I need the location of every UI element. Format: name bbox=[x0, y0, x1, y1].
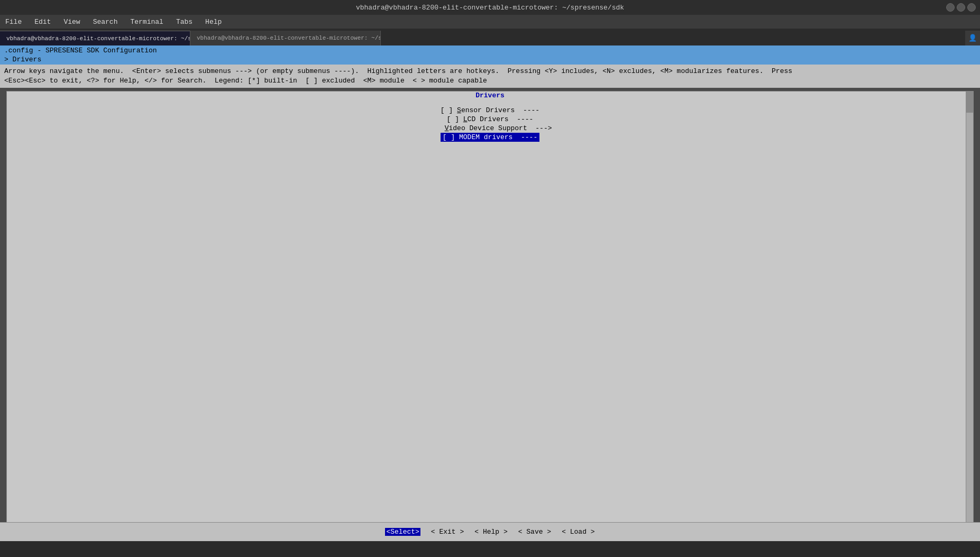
exit-button[interactable]: < Exit > bbox=[431, 528, 464, 536]
menu-entry-modem[interactable]: [ ] MODEM drivers ---- bbox=[441, 133, 539, 142]
close-button[interactable] bbox=[967, 3, 976, 12]
content-scroll-area: Drivers [ ] Sensor Drivers ---- [ ] LCD … bbox=[0, 88, 980, 541]
window-controls bbox=[946, 3, 976, 12]
load-button[interactable]: < Load > bbox=[562, 528, 594, 536]
scrollbar-thumb[interactable] bbox=[966, 92, 974, 113]
menu-entry-sensor[interactable]: [ ] Sensor Drivers ---- bbox=[438, 106, 542, 115]
tab-2[interactable]: vbhadra@vbhadra-8200-elit-convertable-mi… bbox=[190, 31, 381, 45]
terminal-breadcrumb: > Drivers bbox=[0, 56, 980, 65]
config-header-text: .config - SPRESENSE SDK Configuration bbox=[4, 47, 157, 54]
tabs-bar: vbhadra@vbhadra-8200-elit-convertable-mi… bbox=[0, 29, 980, 45]
menu-entries: [ ] Sensor Drivers ---- [ ] LCD Drivers … bbox=[7, 106, 973, 142]
breadcrumb-text: > Drivers bbox=[4, 56, 41, 63]
tab-2-label: vbhadra@vbhadra-8200-elit-convertable-mi… bbox=[197, 35, 381, 41]
minimize-button[interactable] bbox=[946, 3, 955, 12]
save-button[interactable]: < Save > bbox=[518, 528, 551, 536]
window-title: vbhadra@vbhadra-8200-elit-convertable-mi… bbox=[356, 4, 624, 12]
config-inner-box: Drivers [ ] Sensor Drivers ---- [ ] LCD … bbox=[6, 91, 974, 538]
terminal-config-header: .config - SPRESENSE SDK Configuration bbox=[0, 45, 980, 56]
menu-help[interactable]: Help bbox=[202, 17, 225, 27]
menu-edit[interactable]: Edit bbox=[31, 17, 54, 27]
menu-entry-lcd[interactable]: [ ] LCD Drivers ---- bbox=[445, 115, 536, 124]
help-line-1: Arrow keys navigate the menu. <Enter> se… bbox=[4, 67, 976, 76]
select-button[interactable]: <Select> bbox=[385, 528, 420, 536]
bottom-buttons: <Select> < Exit > < Help > < Save > < Lo… bbox=[0, 522, 980, 541]
menu-search[interactable]: Search bbox=[90, 17, 121, 27]
profile-icon[interactable]: 👤 bbox=[965, 31, 980, 45]
vertical-scrollbar[interactable] bbox=[966, 92, 973, 537]
tab-1-label: vbhadra@vbhadra-8200-elit-convertable-mi… bbox=[6, 35, 190, 42]
menu-file[interactable]: File bbox=[2, 17, 25, 27]
menu-entry-video[interactable]: Video Device Support ---> bbox=[426, 124, 554, 133]
help-line-2: <Esc><Esc> to exit, <?> for Help, </> fo… bbox=[4, 76, 976, 86]
menu-terminal[interactable]: Terminal bbox=[127, 17, 166, 27]
help-text-area: Arrow keys navigate the menu. <Enter> se… bbox=[0, 65, 980, 88]
menu-tabs[interactable]: Tabs bbox=[173, 17, 196, 27]
help-button[interactable]: < Help > bbox=[474, 528, 507, 536]
config-title: Drivers bbox=[7, 92, 973, 99]
status-bar bbox=[0, 541, 980, 557]
maximize-button[interactable] bbox=[957, 3, 965, 12]
title-bar: vbhadra@vbhadra-8200-elit-convertable-mi… bbox=[0, 0, 980, 15]
menu-view[interactable]: View bbox=[60, 17, 83, 27]
tab-1[interactable]: vbhadra@vbhadra-8200-elit-convertable-mi… bbox=[0, 31, 190, 45]
menu-bar: File Edit View Search Terminal Tabs Help bbox=[0, 15, 980, 29]
terminal-outer: .config - SPRESENSE SDK Configuration > … bbox=[0, 45, 980, 557]
